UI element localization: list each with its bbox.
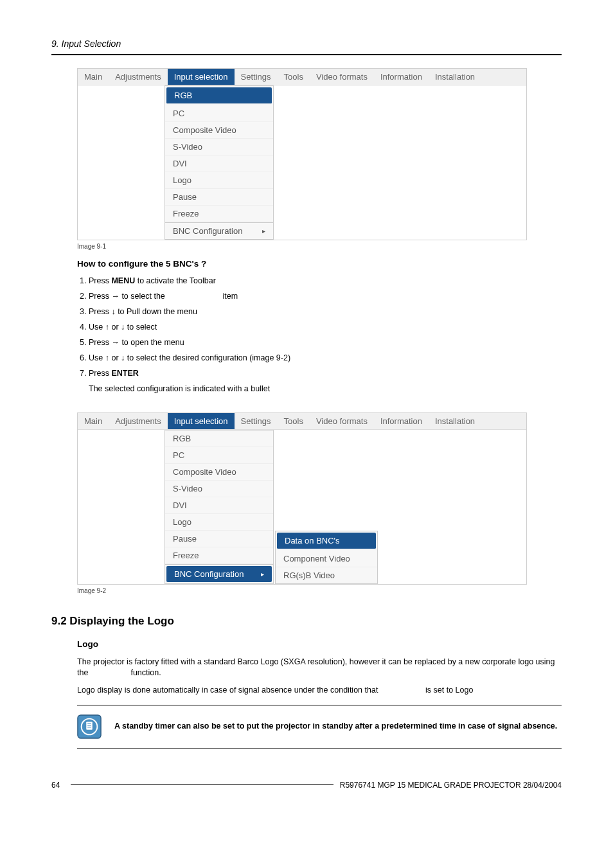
submenu-item-rg-s-b-video[interactable]: RG(s)B Video (276, 567, 377, 583)
chapter-header: 9. Input Selection (51, 39, 562, 49)
dropdown-item-s-video[interactable]: S-Video (165, 139, 273, 155)
screenshot-image-9-1: MainAdjustmentsInput selectionSettingsTo… (77, 68, 527, 240)
dropdown-item-pause[interactable]: Pause (165, 531, 273, 547)
menubar-item-settings[interactable]: Settings (235, 69, 278, 85)
dropdown-item-bnc-configuration[interactable]: BNC Configuration▸ (166, 566, 272, 582)
menubar-item-video-formats[interactable]: Video formats (310, 69, 374, 85)
dropdown-item-dvi[interactable]: DVI (165, 155, 273, 172)
dropdown-item-rgb[interactable]: RGB (165, 430, 273, 447)
dropdown-item-dvi[interactable]: DVI (165, 497, 273, 514)
chevron-right-icon: ▸ (262, 227, 265, 235)
page-footer: 64 R5976741 MGP 15 MEDICAL GRADE PROJECT… (51, 781, 562, 790)
header-rule (51, 54, 562, 55)
menubar-item-main[interactable]: Main (78, 69, 109, 85)
input-selection-dropdown-2: RGBPCComposite VideoS-VideoDVILogoPauseF… (164, 430, 274, 584)
step-item: Press → to select the Input Selection it… (89, 292, 562, 301)
bnc-submenu: Data on BNC'sComponent VideoRG(s)B Video (275, 531, 378, 584)
section-9-2-heading: 9.2 Displaying the Logo (51, 615, 562, 628)
logo-paragraph-1: The projector is factory fitted with a s… (77, 657, 562, 678)
chevron-right-icon: ▸ (261, 571, 264, 578)
footer-text: R5976741 MGP 15 MEDICAL GRADE PROJECTOR … (340, 781, 562, 790)
dropdown-item-composite-video[interactable]: Composite Video (165, 464, 273, 481)
menubar-item-main[interactable]: Main (78, 413, 109, 429)
footer-rule (71, 784, 333, 785)
logo-subheading: Logo (77, 639, 562, 649)
note-icon (77, 714, 102, 739)
dropdown-item-logo[interactable]: Logo (165, 172, 273, 189)
dropdown-item-pause[interactable]: Pause (165, 189, 273, 206)
logo-paragraph-2: Logo display is done automatically in ca… (77, 685, 562, 696)
page-number: 64 (51, 781, 64, 790)
menubar-item-installation[interactable]: Installation (429, 413, 481, 429)
howto-heading: How to configure the 5 BNC's ? (77, 259, 562, 269)
menubar-item-input-selection[interactable]: Input selection (168, 413, 235, 429)
menubar-item-input-selection[interactable]: Input selection (168, 69, 235, 85)
step-item: Use ↑ or ↓ to select BNC Configuration (89, 323, 562, 332)
dropdown-item-bnc-configuration[interactable]: BNC Configuration▸ (165, 223, 273, 239)
note-box: A standby timer can also be set to put t… (77, 705, 562, 748)
screenshot-image-9-2: MainAdjustmentsInput selectionSettingsTo… (77, 412, 527, 585)
dropdown-item-freeze[interactable]: Freeze (165, 206, 273, 222)
step-item: Press MENU to activate the Toolbar (89, 276, 562, 285)
menubar-item-tools[interactable]: Tools (278, 413, 310, 429)
dropdown-item-pc[interactable]: PC (165, 447, 273, 464)
dropdown-item-logo[interactable]: Logo (165, 514, 273, 531)
dropdown-item-s-video[interactable]: S-Video (165, 481, 273, 497)
dropdown-item-pc[interactable]: PC (165, 105, 273, 122)
image-caption-1: Image 9-1 (77, 243, 562, 250)
submenu-item-component-video[interactable]: Component Video (276, 551, 377, 567)
step-item: Press ENTER (89, 369, 562, 378)
steps-list: Press MENU to activate the ToolbarPress … (77, 276, 562, 393)
menubar-item-adjustments[interactable]: Adjustments (109, 413, 168, 429)
image-caption-2: Image 9-2 (77, 587, 562, 594)
dropdown-item-composite-video[interactable]: Composite Video (165, 122, 273, 139)
submenu-item-data-on-bnc-s[interactable]: Data on BNC's (277, 533, 376, 549)
step-item: Press ↓ to Pull down the menu (89, 307, 562, 316)
menubar-item-information[interactable]: Information (374, 69, 429, 85)
steps-note: The selected configuration is indicated … (89, 384, 562, 393)
dropdown-item-rgb[interactable]: RGB (166, 87, 272, 104)
menubar-item-settings[interactable]: Settings (235, 413, 278, 429)
dropdown-item-freeze[interactable]: Freeze (165, 547, 273, 564)
step-item: Press → to open the menu (89, 338, 562, 347)
menubar-item-tools[interactable]: Tools (278, 69, 310, 85)
menubar-item-video-formats[interactable]: Video formats (310, 413, 374, 429)
menubar-item-adjustments[interactable]: Adjustments (109, 69, 168, 85)
menubar: MainAdjustmentsInput selectionSettingsTo… (78, 69, 526, 85)
input-selection-dropdown: RGBPCComposite VideoS-VideoDVILogoPauseF… (164, 85, 274, 240)
menubar-item-information[interactable]: Information (374, 413, 429, 429)
menubar-item-installation[interactable]: Installation (429, 69, 481, 85)
step-item: Use ↑ or ↓ to select the desired configu… (89, 353, 562, 362)
menubar-2: MainAdjustmentsInput selectionSettingsTo… (78, 413, 526, 430)
note-text: A standby timer can also be set to put t… (114, 721, 557, 732)
